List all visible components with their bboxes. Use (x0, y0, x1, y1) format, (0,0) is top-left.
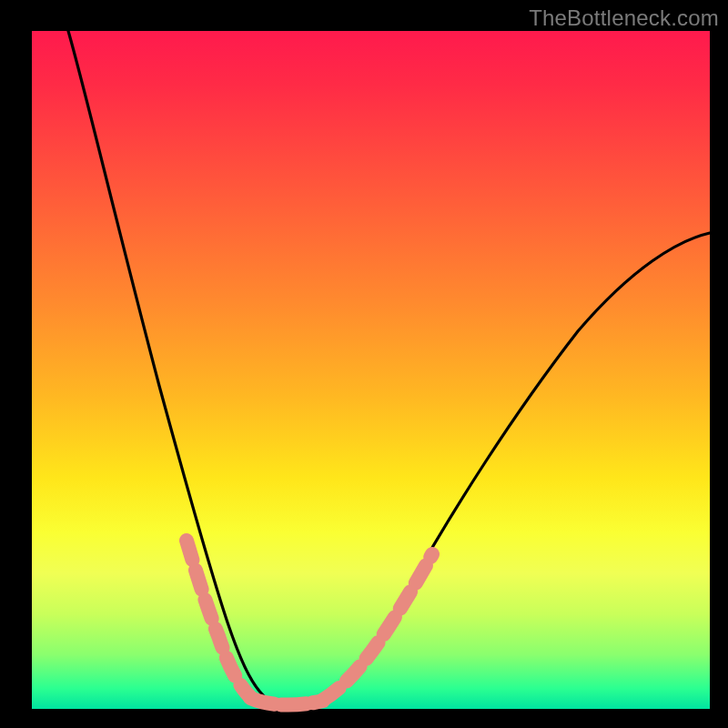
chart-frame: TheBottleneck.com (0, 0, 728, 728)
curve-layer (32, 31, 710, 709)
highlight-right (323, 554, 432, 700)
plot-area (32, 31, 710, 709)
highlight-bottom (250, 698, 323, 705)
watermark-text: TheBottleneck.com (529, 5, 719, 31)
bottleneck-curve (68, 31, 710, 706)
highlight-left (187, 541, 250, 697)
